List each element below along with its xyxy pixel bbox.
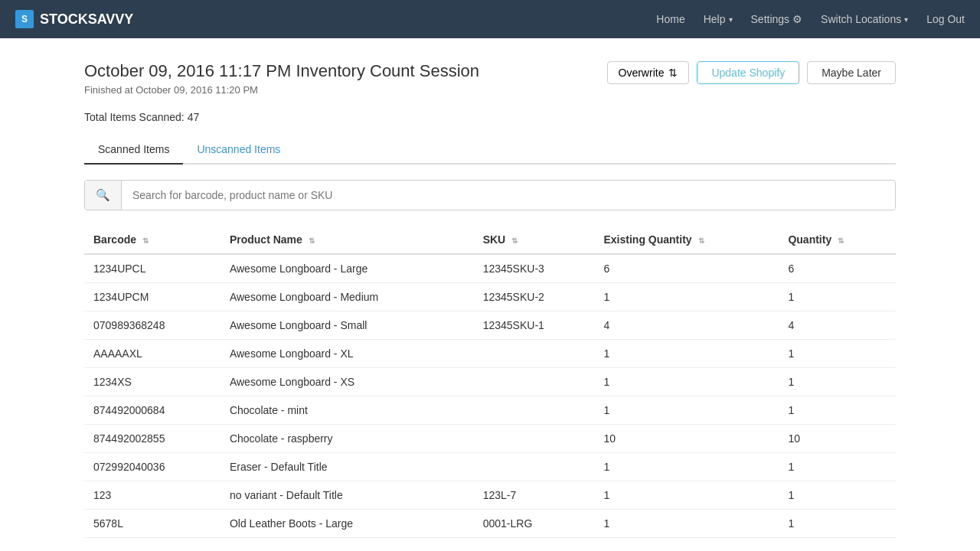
table-row: 1234XS Awesome Longboard - XS 1 1 xyxy=(84,368,896,396)
cell-sku xyxy=(474,340,595,368)
tab-scanned-items[interactable]: Scanned Items xyxy=(84,135,183,165)
cell-product-name: Eraser - Default Title xyxy=(220,453,474,481)
cell-sku xyxy=(474,453,595,481)
cell-qty: 1 xyxy=(779,396,896,425)
session-info: October 09, 2016 11:17 PM Inventory Coun… xyxy=(84,61,479,96)
search-bar: 🔍 xyxy=(84,180,896,210)
table-row: 1234UPCM Awesome Longboard - Medium 1234… xyxy=(84,283,896,311)
existing-qty-sort-icon[interactable]: ⇅ xyxy=(698,236,707,246)
cell-barcode: 1234UPCM xyxy=(84,283,220,311)
cell-barcode: 072992040036 xyxy=(84,453,220,481)
cell-barcode: 070989368248 xyxy=(84,311,220,340)
table-row: 072992040036 Eraser - Default Title 1 1 xyxy=(84,453,896,481)
table-row: 874492000684 Chocolate - mint 1 1 xyxy=(84,396,896,425)
table-row: 5678L Old Leather Boots - Large 0001-LRG… xyxy=(84,510,896,538)
search-icon: 🔍 xyxy=(96,188,110,201)
cell-sku xyxy=(474,396,595,425)
nav-home[interactable]: Home xyxy=(656,13,684,25)
search-icon-button[interactable]: 🔍 xyxy=(85,181,122,210)
cell-qty: 10 xyxy=(779,425,896,453)
cell-product-name: Old Leather Boots - Large xyxy=(220,510,474,538)
cell-product-name: Awesome Longboard - Large xyxy=(220,254,474,283)
cell-product-name: Chocolate - raspberry xyxy=(220,425,474,453)
cell-existing-qty: 1 xyxy=(595,283,779,311)
session-title: October 09, 2016 11:17 PM Inventory Coun… xyxy=(84,61,479,81)
cell-existing-qty: 4 xyxy=(595,311,779,340)
maybe-later-button[interactable]: Maybe Later xyxy=(807,61,896,84)
cell-product-name: no variant - Default Title xyxy=(220,481,474,510)
cell-barcode: 1234XS xyxy=(84,368,220,396)
cell-barcode: 5678L xyxy=(84,510,220,538)
sku-sort-icon[interactable]: ⇅ xyxy=(511,236,521,246)
cell-existing-qty: 10 xyxy=(595,425,779,453)
nav-switch-locations[interactable]: Switch Locations ▾ xyxy=(821,13,908,25)
nav-links: Home Help ▾ Settings ⚙ Switch Locations … xyxy=(656,13,965,25)
cell-qty: 1 xyxy=(779,453,896,481)
cell-existing-qty: 1 xyxy=(595,368,779,396)
cell-product-name: Chocolate - mint xyxy=(220,396,474,425)
cell-qty: 1 xyxy=(779,481,896,510)
col-existing-qty: Existing Quantity ⇅ xyxy=(595,226,779,254)
items-table: Barcode ⇅ Product Name ⇅ SKU ⇅ Existing … xyxy=(84,226,896,538)
cell-qty: 4 xyxy=(779,311,896,340)
overwrite-dropdown-arrow: ⇅ xyxy=(668,67,678,79)
main-container: October 09, 2016 11:17 PM Inventory Coun… xyxy=(69,38,911,551)
overwrite-button[interactable]: Overwrite ⇅ xyxy=(607,61,690,84)
table-row: AAAAAXL Awesome Longboard - XL 1 1 xyxy=(84,340,896,368)
cell-existing-qty: 1 xyxy=(595,453,779,481)
session-header: October 09, 2016 11:17 PM Inventory Coun… xyxy=(84,61,896,96)
nav-settings[interactable]: Settings ⚙ xyxy=(751,13,803,25)
cell-existing-qty: 1 xyxy=(595,481,779,510)
barcode-sort-icon[interactable]: ⇅ xyxy=(142,236,152,246)
nav-help[interactable]: Help ▾ xyxy=(704,13,733,25)
cell-product-name: Awesome Longboard - XS xyxy=(220,368,474,396)
col-product-name: Product Name ⇅ xyxy=(220,226,474,254)
cell-qty: 1 xyxy=(779,510,896,538)
cell-existing-qty: 6 xyxy=(595,254,779,283)
cell-product-name: Awesome Longboard - Medium xyxy=(220,283,474,311)
table-header-row: Barcode ⇅ Product Name ⇅ SKU ⇅ Existing … xyxy=(84,226,896,254)
cell-barcode: 1234UPCL xyxy=(84,254,220,283)
cell-barcode: 874492002855 xyxy=(84,425,220,453)
session-subtitle: Finished at October 09, 2016 11:20 PM xyxy=(84,84,479,96)
tab-unscanned-items[interactable]: Unscanned Items xyxy=(183,135,294,165)
nav-log-out[interactable]: Log Out xyxy=(926,13,965,25)
col-sku: SKU ⇅ xyxy=(474,226,595,254)
brand-logo[interactable]: S STOCKSAVVY xyxy=(15,10,133,28)
switch-locations-dropdown-arrow: ▾ xyxy=(904,15,908,24)
cell-sku: 123L-7 xyxy=(474,481,595,510)
cell-sku: 12345SKU-1 xyxy=(474,311,595,340)
brand-icon: S xyxy=(15,10,34,28)
col-qty: Quantity ⇅ xyxy=(779,226,896,254)
qty-sort-icon[interactable]: ⇅ xyxy=(838,236,847,246)
cell-qty: 1 xyxy=(779,340,896,368)
cell-sku: 12345SKU-2 xyxy=(474,283,595,311)
table-row: 070989368248 Awesome Longboard - Small 1… xyxy=(84,311,896,340)
help-dropdown-arrow: ▾ xyxy=(729,15,733,24)
table-row: 1234UPCL Awesome Longboard - Large 12345… xyxy=(84,254,896,283)
cell-sku: 0001-LRG xyxy=(474,510,595,538)
cell-existing-qty: 1 xyxy=(595,340,779,368)
cell-existing-qty: 1 xyxy=(595,396,779,425)
cell-qty: 1 xyxy=(779,283,896,311)
cell-qty: 6 xyxy=(779,254,896,283)
cell-sku: 12345SKU-3 xyxy=(474,254,595,283)
cell-barcode: 123 xyxy=(84,481,220,510)
total-items: Total Items Scanned: 47 xyxy=(84,111,896,123)
cell-barcode: 874492000684 xyxy=(84,396,220,425)
cell-barcode: AAAAAXL xyxy=(84,340,220,368)
cell-product-name: Awesome Longboard - XL xyxy=(220,340,474,368)
cell-qty: 1 xyxy=(779,368,896,396)
cell-sku xyxy=(474,368,595,396)
brand-name: STOCKSAVVY xyxy=(40,11,133,28)
header-actions: Overwrite ⇅ Update Shopify Maybe Later xyxy=(607,61,896,84)
table-row: 123 no variant - Default Title 123L-7 1 … xyxy=(84,481,896,510)
navbar: S STOCKSAVVY Home Help ▾ Settings ⚙ Swit… xyxy=(0,0,980,38)
product-name-sort-icon[interactable]: ⇅ xyxy=(309,236,318,246)
update-shopify-button[interactable]: Update Shopify xyxy=(697,61,799,84)
settings-gear-icon: ⚙ xyxy=(792,13,802,25)
tabs: Scanned Items Unscanned Items xyxy=(84,135,896,165)
cell-product-name: Awesome Longboard - Small xyxy=(220,311,474,340)
search-input[interactable] xyxy=(122,181,895,209)
table-row: 874492002855 Chocolate - raspberry 10 10 xyxy=(84,425,896,453)
